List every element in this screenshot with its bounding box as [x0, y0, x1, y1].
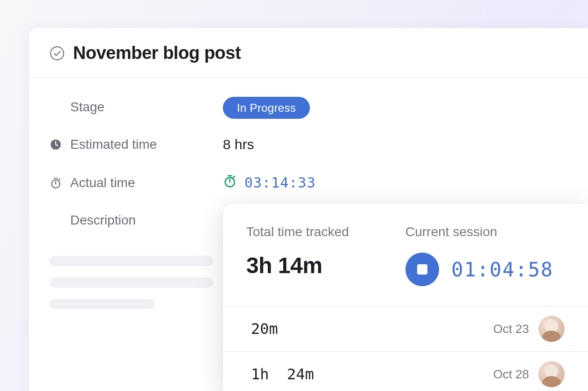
log-date: Oct 23 [493, 322, 529, 336]
stage-pill[interactable]: In Progress [223, 97, 310, 119]
current-session-block: Current session 01:04:58 [405, 224, 565, 286]
current-session-value: 01:04:58 [451, 258, 553, 281]
stop-icon [417, 264, 427, 275]
stage-label: Stage [70, 100, 104, 115]
skeleton-line [50, 256, 213, 266]
time-log-list: 20m Oct 23 1h 24m Oct 28 [223, 306, 588, 391]
total-time-label: Total time tracked [246, 224, 405, 239]
current-session-label: Current session [405, 224, 565, 239]
total-time-value: 3h 14m [246, 253, 405, 278]
clock-icon [50, 138, 62, 151]
log-duration: 1h 24m [251, 365, 493, 383]
field-estimated-time: Estimated time 8 hrs [50, 137, 567, 152]
description-label: Description [70, 213, 136, 228]
skeleton-line [50, 277, 213, 288]
time-log-row[interactable]: 20m Oct 23 [223, 306, 588, 352]
actual-value[interactable]: 03:14:33 [244, 174, 316, 191]
log-duration: 20m [251, 320, 493, 338]
field-actual-time: Actual time 03:14:33 [50, 174, 567, 191]
stopwatch-icon [50, 177, 62, 189]
actual-label: Actual time [70, 175, 135, 190]
estimated-label: Estimated time [70, 137, 157, 152]
svg-point-0 [51, 47, 64, 60]
avatar[interactable] [538, 316, 565, 342]
time-log-row[interactable]: 1h 24m Oct 28 [223, 352, 588, 391]
field-stage: Stage In Progress [50, 99, 567, 115]
check-circle-icon[interactable] [50, 46, 65, 61]
stop-timer-button[interactable] [405, 253, 439, 286]
task-header: November blog post [29, 28, 588, 78]
time-tracking-panel: Total time tracked 3h 14m Current sessio… [223, 204, 588, 391]
task-title: November blog post [73, 43, 241, 63]
skeleton-line [50, 299, 155, 309]
total-time-block: Total time tracked 3h 14m [246, 224, 405, 286]
log-date: Oct 28 [493, 367, 529, 382]
estimated-value[interactable]: 8 hrs [223, 137, 254, 152]
avatar[interactable] [538, 361, 565, 387]
stopwatch-active-icon [223, 174, 237, 191]
